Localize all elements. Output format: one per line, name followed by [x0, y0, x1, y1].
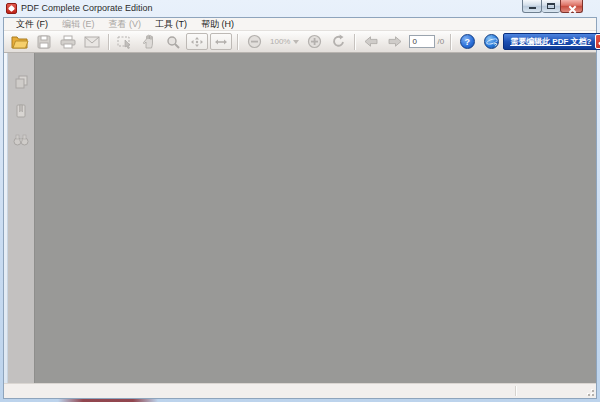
email-icon [84, 36, 100, 48]
maximize-button[interactable] [542, 0, 560, 13]
forward-arrow-icon [388, 36, 402, 47]
app-logo-icon [6, 3, 17, 14]
zoom-level-value: 100% [270, 37, 290, 46]
edit-pdf-banner[interactable]: 需要编辑此 PDF 文档? [503, 33, 600, 50]
pages-panel-icon [14, 75, 29, 90]
email-button [81, 33, 103, 51]
zoom-out-icon [247, 34, 262, 49]
zoom-tool-button [162, 33, 184, 51]
search-panel-button [12, 131, 30, 149]
statusbar-separator [515, 386, 516, 396]
navigation-sidebar [8, 53, 35, 383]
print-icon [60, 35, 76, 49]
window-title: PDF Complete Corporate Edition [21, 0, 153, 17]
pages-panel-button [12, 73, 30, 91]
toolbar-separator [108, 34, 109, 50]
app-frame: 文件 (F) 编辑 (E) 查看 (V) 工具 (T) 帮助 (H) [3, 17, 597, 399]
document-canvas[interactable] [35, 53, 596, 383]
hand-tool-button [138, 33, 160, 51]
minimize-button[interactable] [522, 0, 542, 13]
next-page-button [384, 33, 406, 51]
open-button[interactable] [9, 33, 31, 51]
edit-pdf-banner-label: 需要编辑此 PDF 文档? [510, 36, 591, 47]
resize-grip[interactable] [585, 387, 594, 396]
help-button[interactable]: ? [456, 33, 478, 51]
previous-page-button [360, 33, 382, 51]
search-binoculars-icon [13, 134, 29, 146]
globe-question-glyph: ? [493, 42, 497, 49]
document-area [4, 53, 596, 383]
online-help-button[interactable]: ? [480, 33, 502, 51]
bookmarks-panel-button [12, 102, 30, 120]
fit-width-button [210, 33, 232, 50]
zoom-in-button [303, 33, 325, 51]
print-button [57, 33, 79, 51]
menubar: 文件 (F) 编辑 (E) 查看 (V) 工具 (T) 帮助 (H) [4, 18, 596, 31]
fit-page-icon [190, 36, 204, 48]
statusbar [4, 383, 596, 398]
hand-tool-icon [142, 34, 156, 49]
toolbar: 100% [4, 31, 596, 53]
toolbar-separator [450, 34, 451, 50]
help-icon: ? [460, 34, 475, 49]
zoom-in-icon [307, 34, 322, 49]
menu-view: 查看 (V) [102, 18, 149, 31]
page-total-label: /0 [437, 37, 444, 46]
titlebar: PDF Complete Corporate Edition [3, 0, 597, 17]
select-tool-button [114, 33, 136, 51]
window-controls [522, 0, 583, 13]
menu-tools[interactable]: 工具 (T) [148, 18, 194, 31]
back-arrow-icon [364, 36, 378, 47]
open-folder-icon [11, 35, 29, 49]
zoom-dropdown-caret-icon [293, 40, 299, 44]
rotate-icon [331, 34, 346, 49]
pdf-complete-window: PDF Complete Corporate Edition 文件 (F) 编辑… [0, 0, 600, 402]
menu-edit: 编辑 (E) [55, 18, 102, 31]
save-button [33, 33, 55, 51]
fit-page-button [186, 33, 208, 50]
minimize-icon [529, 7, 536, 9]
toolbar-separator [354, 34, 355, 50]
online-help-globe-icon: ? [484, 34, 499, 49]
fit-width-icon [214, 37, 228, 47]
zoom-out-button [243, 33, 265, 51]
pdf-edit-icon [595, 34, 600, 49]
close-button[interactable] [560, 0, 583, 13]
select-tool-icon [117, 35, 133, 49]
save-icon [37, 35, 51, 49]
toolbar-separator [237, 34, 238, 50]
maximize-icon [547, 3, 555, 9]
close-icon [567, 5, 576, 14]
menu-help[interactable]: 帮助 (H) [194, 18, 241, 31]
page-number-input[interactable] [409, 35, 435, 48]
rotate-button [327, 33, 349, 51]
bookmarks-panel-icon [15, 104, 27, 118]
zoom-tool-icon [166, 35, 180, 49]
help-question-glyph: ? [464, 37, 470, 47]
menu-file[interactable]: 文件 (F) [9, 18, 55, 31]
